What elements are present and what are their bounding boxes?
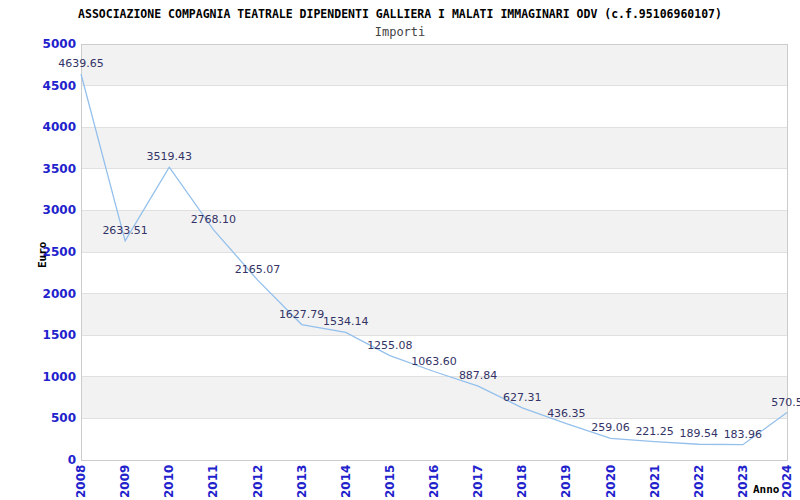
x-tick-label: 2022 — [692, 465, 706, 498]
data-point-label: 887.84 — [436, 369, 520, 382]
x-tick-label: 2023 — [736, 465, 750, 498]
x-tick-label: 2013 — [295, 465, 309, 498]
data-point-label: 1063.60 — [392, 355, 476, 368]
data-point-label: 183.96 — [701, 428, 785, 441]
grid-band — [81, 86, 787, 128]
data-point-label: 2768.10 — [171, 213, 255, 226]
y-tick-label: 2500 — [26, 245, 76, 259]
y-tick-label: 5000 — [26, 37, 76, 51]
x-tick-label: 2020 — [604, 465, 618, 498]
x-tick-label: 2015 — [383, 465, 397, 498]
x-axis-title: Anno — [753, 483, 780, 497]
y-tick-label: 4000 — [26, 120, 76, 134]
data-point-label: 627.31 — [480, 391, 564, 404]
line-chart: ASSOCIAZIONE COMPAGNIA TEATRALE DIPENDEN… — [0, 0, 800, 500]
x-tick-label: 2017 — [471, 465, 485, 498]
y-tick-label: 2000 — [26, 287, 76, 301]
y-tick-label: 500 — [26, 411, 76, 425]
x-tick-label: 2012 — [251, 465, 265, 498]
data-point-label: 4639.65 — [39, 57, 123, 70]
x-tick-label: 2018 — [515, 465, 529, 498]
y-tick-label: 3000 — [26, 203, 76, 217]
x-tick-label: 2021 — [648, 465, 662, 498]
grid-band — [81, 44, 787, 86]
x-tick-label: 2014 — [339, 465, 353, 498]
x-tick-label: 2008 — [74, 465, 88, 498]
data-point-label: 436.35 — [524, 407, 608, 420]
x-tick-label: 2016 — [427, 465, 441, 498]
data-point-label: 2633.51 — [83, 224, 167, 237]
x-tick-label: 2010 — [162, 465, 176, 498]
y-tick-label: 1500 — [26, 328, 76, 342]
x-tick-label: 2011 — [206, 465, 220, 498]
x-tick-label: 2019 — [559, 465, 573, 498]
data-point-label: 1255.08 — [348, 339, 432, 352]
y-tick-label: 0 — [26, 453, 76, 467]
x-tick-label: 2009 — [118, 465, 132, 498]
x-tick-label: 2024 — [780, 465, 794, 498]
grid-band — [81, 377, 787, 419]
y-tick-label: 1000 — [26, 370, 76, 384]
y-tick-label: 4500 — [26, 79, 76, 93]
grid-band — [81, 294, 787, 336]
grid-band — [81, 252, 787, 294]
data-point-label: 570.5 — [745, 396, 800, 409]
grid-band — [81, 169, 787, 211]
data-point-label: 1534.14 — [304, 315, 388, 328]
data-point-label: 2165.07 — [216, 263, 300, 276]
y-tick-label: 3500 — [26, 162, 76, 176]
y-axis-title: Euro — [36, 242, 50, 269]
data-point-label: 3519.43 — [127, 150, 211, 163]
